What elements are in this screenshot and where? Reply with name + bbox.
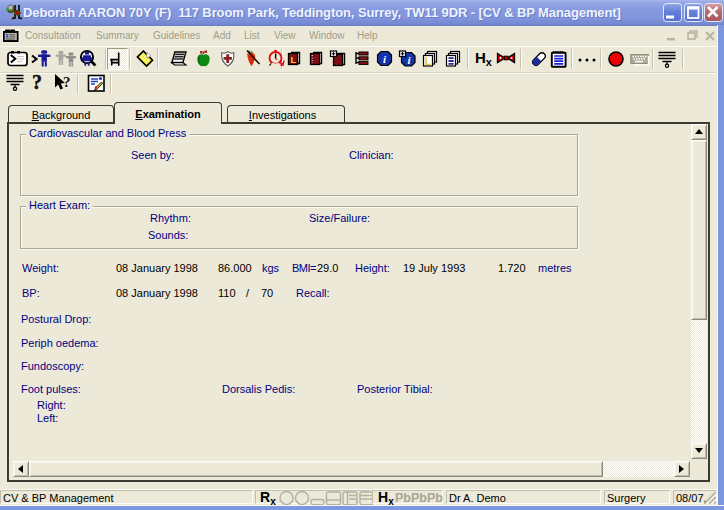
svg-text:Pb: Pb <box>395 491 411 505</box>
svg-text:Pb: Pb <box>427 491 443 505</box>
svg-text:L: L <box>425 56 431 67</box>
svg-text:?: ? <box>32 72 42 93</box>
svg-text:Pb: Pb <box>411 491 427 505</box>
svg-text:L: L <box>291 55 297 65</box>
svg-text:?: ? <box>63 74 71 90</box>
